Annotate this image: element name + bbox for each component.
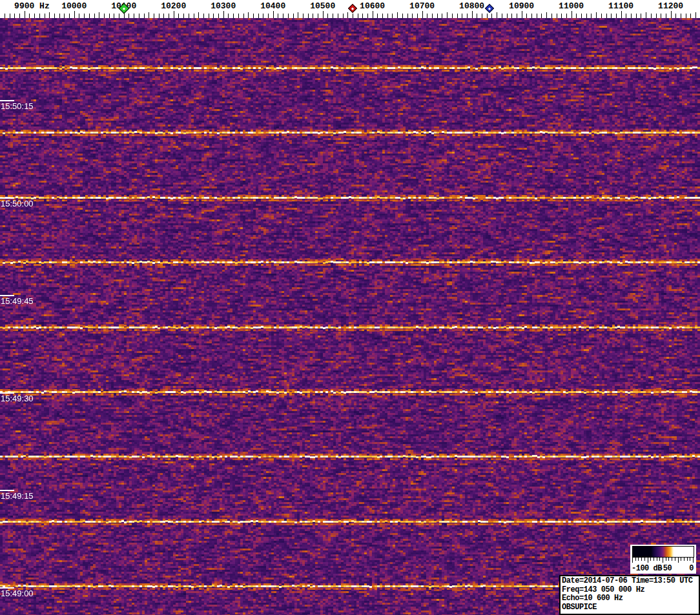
freq-minor-tick — [298, 12, 298, 18]
freq-minor-tick — [402, 14, 403, 18]
freq-tick-label: 10900 — [509, 1, 534, 11]
legend-tick — [638, 558, 639, 561]
freq-minor-tick — [189, 14, 189, 18]
marker-red-diamond-icon[interactable] — [348, 4, 357, 13]
freq-minor-tick — [293, 14, 294, 18]
freq-minor-tick — [64, 14, 65, 18]
freq-minor-tick — [59, 14, 60, 18]
freq-minor-tick — [557, 14, 557, 18]
freq-minor-tick — [343, 14, 344, 18]
intensity-legend: -100 dB -50 0 — [630, 545, 696, 574]
freq-minor-tick — [531, 14, 532, 18]
freq-minor-tick — [278, 14, 278, 18]
freq-minor-tick — [546, 12, 547, 18]
freq-major-tick — [571, 11, 572, 18]
legend-tick — [678, 558, 679, 563]
freq-minor-tick — [367, 14, 368, 18]
freq-minor-tick — [268, 14, 269, 18]
freq-minor-tick — [566, 14, 567, 18]
freq-minor-tick — [616, 14, 617, 18]
freq-minor-tick — [54, 14, 55, 18]
freq-minor-tick — [437, 14, 438, 18]
info-station-id: OBSUPICE — [562, 603, 697, 612]
freq-minor-tick — [611, 14, 612, 18]
freq-major-tick — [472, 11, 473, 18]
freq-minor-tick — [303, 14, 304, 18]
legend-tick — [693, 558, 694, 563]
legend-tick — [648, 558, 648, 563]
freq-minor-tick — [129, 14, 129, 18]
legend-tick — [690, 558, 690, 561]
freq-minor-tick — [34, 14, 35, 18]
freq-minor-tick — [452, 14, 453, 18]
freq-minor-tick — [641, 14, 641, 18]
legend-tick-ruler — [632, 558, 694, 563]
info-date-time: Date=2014-07-06 Time=13:50 UTC — [562, 577, 697, 586]
freq-major-tick — [373, 11, 373, 18]
freq-tick-label: 10300 — [211, 1, 236, 11]
marker-blue-diamond-icon[interactable] — [485, 4, 494, 13]
freq-major-tick — [323, 11, 324, 18]
marker-center-dot — [488, 7, 490, 10]
legend-label-min-db: -100 dB — [632, 564, 662, 573]
freq-tick-label: 10200 — [161, 1, 186, 11]
freq-minor-tick — [387, 14, 388, 18]
freq-minor-tick — [427, 14, 427, 18]
time-label-text: 15:50:00 — [1, 199, 34, 208]
freq-minor-tick — [327, 14, 328, 18]
freq-major-tick — [74, 11, 75, 18]
freq-minor-tick — [69, 14, 70, 18]
freq-minor-tick — [537, 14, 537, 18]
freq-minor-tick — [353, 14, 353, 18]
freq-minor-tick — [228, 14, 229, 18]
freq-minor-tick — [84, 14, 85, 18]
freq-minor-tick — [318, 14, 318, 18]
freq-minor-tick — [233, 14, 234, 18]
freq-major-tick — [174, 11, 174, 18]
freq-major-tick — [25, 11, 25, 18]
freq-minor-tick — [308, 14, 309, 18]
time-label-text: 15:49:45 — [1, 297, 34, 306]
observation-info-box: Date=2014-07-06 Time=13:50 UTC Freq=143 … — [559, 575, 700, 615]
time-label-text: 15:49:30 — [1, 394, 34, 403]
freq-major-tick — [671, 11, 672, 18]
freq-minor-tick — [497, 12, 497, 18]
freq-minor-tick — [417, 14, 418, 18]
freq-minor-tick — [10, 14, 10, 18]
freq-minor-tick — [258, 14, 259, 18]
legend-tick — [632, 558, 633, 563]
waterfall-display[interactable] — [0, 18, 700, 615]
freq-minor-tick — [517, 14, 517, 18]
freq-tick-label: 10800 — [459, 1, 484, 11]
info-echo-freq: Echo=10 600 Hz — [562, 594, 697, 603]
freq-minor-tick — [29, 14, 30, 18]
freq-minor-tick — [203, 14, 204, 18]
freq-tick-label: 11000 — [559, 1, 584, 11]
freq-minor-tick — [432, 14, 433, 18]
legend-tick — [644, 558, 645, 561]
freq-minor-tick — [626, 14, 626, 18]
time-label-text: 15:49:15 — [1, 492, 34, 501]
freq-minor-tick — [586, 14, 587, 18]
freq-minor-tick — [99, 12, 99, 18]
legend-tick — [657, 558, 657, 561]
freq-minor-tick — [526, 14, 527, 18]
freq-minor-tick — [601, 14, 602, 18]
legend-tick — [654, 558, 654, 561]
legend-tick — [672, 558, 672, 561]
freq-minor-tick — [288, 14, 289, 18]
freq-minor-tick — [14, 14, 15, 18]
legend-tick — [663, 558, 663, 563]
legend-tick — [668, 558, 669, 561]
freq-tick-label: 11100 — [608, 1, 633, 11]
legend-tick — [641, 558, 642, 561]
freq-minor-tick — [89, 14, 90, 18]
freq-tick-label: 9900 Hz — [14, 1, 50, 11]
freq-major-tick — [273, 11, 274, 18]
freq-minor-tick — [248, 12, 249, 18]
frequency-ruler[interactable]: 9900 Hz100001010010200103001040010500106… — [0, 0, 700, 18]
freq-minor-tick — [596, 12, 597, 18]
freq-minor-tick — [491, 14, 492, 18]
freq-minor-tick — [139, 14, 139, 18]
freq-minor-tick — [477, 14, 477, 18]
